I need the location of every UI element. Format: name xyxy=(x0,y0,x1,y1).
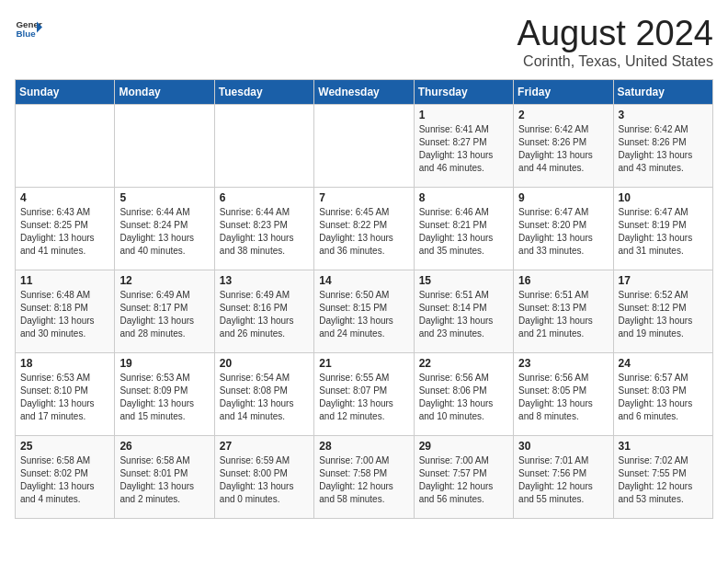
day-number: 22 xyxy=(419,357,508,370)
day-detail: Sunrise: 6:49 AMSunset: 8:17 PMDaylight:… xyxy=(119,290,194,339)
day-cell: 6 Sunrise: 6:44 AMSunset: 8:23 PMDayligh… xyxy=(214,187,313,270)
day-cell: 25 Sunrise: 6:58 AMSunset: 8:02 PMDaylig… xyxy=(16,435,115,518)
day-number: 26 xyxy=(119,440,209,453)
day-detail: Sunrise: 6:46 AMSunset: 8:21 PMDaylight:… xyxy=(419,207,494,256)
day-cell: 16 Sunrise: 6:51 AMSunset: 8:13 PMDaylig… xyxy=(514,270,613,352)
day-cell: 26 Sunrise: 6:58 AMSunset: 8:01 PMDaylig… xyxy=(115,435,214,518)
day-detail: Sunrise: 6:53 AMSunset: 8:10 PMDaylight:… xyxy=(20,373,95,421)
day-number: 7 xyxy=(319,191,408,204)
day-detail: Sunrise: 7:00 AMSunset: 7:58 PMDaylight:… xyxy=(319,455,393,504)
day-cell: 18 Sunrise: 6:53 AMSunset: 8:10 PMDaylig… xyxy=(16,352,115,435)
day-number: 2 xyxy=(518,109,608,121)
day-number: 17 xyxy=(619,274,708,287)
day-number: 9 xyxy=(518,191,608,204)
day-cell: 17 Sunrise: 6:52 AMSunset: 8:12 PMDaylig… xyxy=(613,270,712,352)
day-detail: Sunrise: 6:56 AMSunset: 8:05 PMDaylight:… xyxy=(518,373,593,421)
week-row-5: 25 Sunrise: 6:58 AMSunset: 8:02 PMDaylig… xyxy=(16,435,713,518)
day-number: 20 xyxy=(220,357,309,370)
svg-text:Blue: Blue xyxy=(17,29,37,39)
day-cell: 20 Sunrise: 6:54 AMSunset: 8:08 PMDaylig… xyxy=(214,352,313,435)
day-cell xyxy=(115,104,214,187)
day-detail: Sunrise: 6:58 AMSunset: 8:02 PMDaylight:… xyxy=(20,455,95,504)
logo: General Blue xyxy=(15,15,42,42)
day-number: 29 xyxy=(419,440,508,453)
day-detail: Sunrise: 7:01 AMSunset: 7:56 PMDaylight:… xyxy=(518,455,593,504)
month-year-title: August 2024 xyxy=(518,15,713,53)
day-header-row: Sunday Monday Tuesday Wednesday Thursday… xyxy=(16,79,713,104)
day-cell: 28 Sunrise: 7:00 AMSunset: 7:58 PMDaylig… xyxy=(314,435,414,518)
header-tuesday: Tuesday xyxy=(214,79,313,104)
day-cell: 24 Sunrise: 6:57 AMSunset: 8:03 PMDaylig… xyxy=(613,352,712,435)
day-detail: Sunrise: 6:51 AMSunset: 8:14 PMDaylight:… xyxy=(419,290,494,339)
day-cell: 10 Sunrise: 6:47 AMSunset: 8:19 PMDaylig… xyxy=(613,187,712,270)
day-detail: Sunrise: 6:42 AMSunset: 8:26 PMDaylight:… xyxy=(619,124,693,173)
header-friday: Friday xyxy=(514,79,613,104)
day-cell: 21 Sunrise: 6:55 AMSunset: 8:07 PMDaylig… xyxy=(314,352,414,435)
day-detail: Sunrise: 6:49 AMSunset: 8:16 PMDaylight:… xyxy=(220,290,294,339)
header-wednesday: Wednesday xyxy=(314,79,414,104)
day-number: 18 xyxy=(20,357,109,370)
day-detail: Sunrise: 6:48 AMSunset: 8:18 PMDaylight:… xyxy=(20,290,95,339)
day-cell xyxy=(214,104,313,187)
day-cell: 30 Sunrise: 7:01 AMSunset: 7:56 PMDaylig… xyxy=(514,435,613,518)
day-detail: Sunrise: 6:50 AMSunset: 8:15 PMDaylight:… xyxy=(319,290,393,339)
calendar-table: Sunday Monday Tuesday Wednesday Thursday… xyxy=(15,79,713,519)
day-detail: Sunrise: 6:41 AMSunset: 8:27 PMDaylight:… xyxy=(419,124,494,173)
week-row-4: 18 Sunrise: 6:53 AMSunset: 8:10 PMDaylig… xyxy=(16,352,713,435)
day-cell: 22 Sunrise: 6:56 AMSunset: 8:06 PMDaylig… xyxy=(414,352,513,435)
day-cell: 12 Sunrise: 6:49 AMSunset: 8:17 PMDaylig… xyxy=(115,270,214,352)
day-cell: 23 Sunrise: 6:56 AMSunset: 8:05 PMDaylig… xyxy=(514,352,613,435)
week-row-2: 4 Sunrise: 6:43 AMSunset: 8:25 PMDayligh… xyxy=(16,187,713,270)
day-cell: 11 Sunrise: 6:48 AMSunset: 8:18 PMDaylig… xyxy=(16,270,115,352)
day-number: 16 xyxy=(518,274,608,287)
day-detail: Sunrise: 6:43 AMSunset: 8:25 PMDaylight:… xyxy=(20,207,95,256)
day-number: 3 xyxy=(619,109,708,121)
day-number: 5 xyxy=(119,191,209,204)
day-cell: 31 Sunrise: 7:02 AMSunset: 7:55 PMDaylig… xyxy=(613,435,712,518)
day-detail: Sunrise: 6:57 AMSunset: 8:03 PMDaylight:… xyxy=(619,373,693,421)
day-detail: Sunrise: 7:00 AMSunset: 7:57 PMDaylight:… xyxy=(419,455,494,504)
day-cell: 3 Sunrise: 6:42 AMSunset: 8:26 PMDayligh… xyxy=(613,104,712,187)
day-cell: 9 Sunrise: 6:47 AMSunset: 8:20 PMDayligh… xyxy=(514,187,613,270)
day-number: 23 xyxy=(518,357,608,370)
day-detail: Sunrise: 6:44 AMSunset: 8:23 PMDaylight:… xyxy=(220,207,294,256)
day-detail: Sunrise: 6:44 AMSunset: 8:24 PMDaylight:… xyxy=(119,207,194,256)
day-number: 13 xyxy=(220,274,309,287)
day-number: 11 xyxy=(20,274,109,287)
day-number: 27 xyxy=(220,440,309,453)
day-number: 1 xyxy=(419,109,508,121)
day-number: 12 xyxy=(119,274,209,287)
day-detail: Sunrise: 6:58 AMSunset: 8:01 PMDaylight:… xyxy=(119,455,194,504)
day-cell: 7 Sunrise: 6:45 AMSunset: 8:22 PMDayligh… xyxy=(314,187,414,270)
header-saturday: Saturday xyxy=(613,79,712,104)
day-cell: 8 Sunrise: 6:46 AMSunset: 8:21 PMDayligh… xyxy=(414,187,513,270)
day-cell: 29 Sunrise: 7:00 AMSunset: 7:57 PMDaylig… xyxy=(414,435,513,518)
day-number: 4 xyxy=(20,191,109,204)
day-number: 6 xyxy=(220,191,309,204)
day-number: 24 xyxy=(619,357,708,370)
day-number: 14 xyxy=(319,274,408,287)
day-cell: 1 Sunrise: 6:41 AMSunset: 8:27 PMDayligh… xyxy=(414,104,513,187)
day-detail: Sunrise: 6:53 AMSunset: 8:09 PMDaylight:… xyxy=(119,373,194,421)
day-cell: 13 Sunrise: 6:49 AMSunset: 8:16 PMDaylig… xyxy=(214,270,313,352)
day-cell: 14 Sunrise: 6:50 AMSunset: 8:15 PMDaylig… xyxy=(314,270,414,352)
week-row-3: 11 Sunrise: 6:48 AMSunset: 8:18 PMDaylig… xyxy=(16,270,713,352)
header-monday: Monday xyxy=(115,79,214,104)
header-sunday: Sunday xyxy=(16,79,115,104)
day-detail: Sunrise: 6:51 AMSunset: 8:13 PMDaylight:… xyxy=(518,290,593,339)
day-number: 30 xyxy=(518,440,608,453)
day-cell: 4 Sunrise: 6:43 AMSunset: 8:25 PMDayligh… xyxy=(16,187,115,270)
day-number: 31 xyxy=(619,440,708,453)
day-number: 21 xyxy=(319,357,408,370)
day-cell: 27 Sunrise: 6:59 AMSunset: 8:00 PMDaylig… xyxy=(214,435,313,518)
header: General Blue August 2024 Corinth, Texas,… xyxy=(15,15,713,70)
day-cell xyxy=(314,104,414,187)
day-number: 10 xyxy=(619,191,708,204)
day-detail: Sunrise: 6:45 AMSunset: 8:22 PMDaylight:… xyxy=(319,207,393,256)
day-cell: 2 Sunrise: 6:42 AMSunset: 8:26 PMDayligh… xyxy=(514,104,613,187)
header-thursday: Thursday xyxy=(414,79,513,104)
day-cell xyxy=(16,104,115,187)
week-row-1: 1 Sunrise: 6:41 AMSunset: 8:27 PMDayligh… xyxy=(16,104,713,187)
day-detail: Sunrise: 6:59 AMSunset: 8:00 PMDaylight:… xyxy=(220,455,294,504)
day-detail: Sunrise: 6:47 AMSunset: 8:20 PMDaylight:… xyxy=(518,207,593,256)
